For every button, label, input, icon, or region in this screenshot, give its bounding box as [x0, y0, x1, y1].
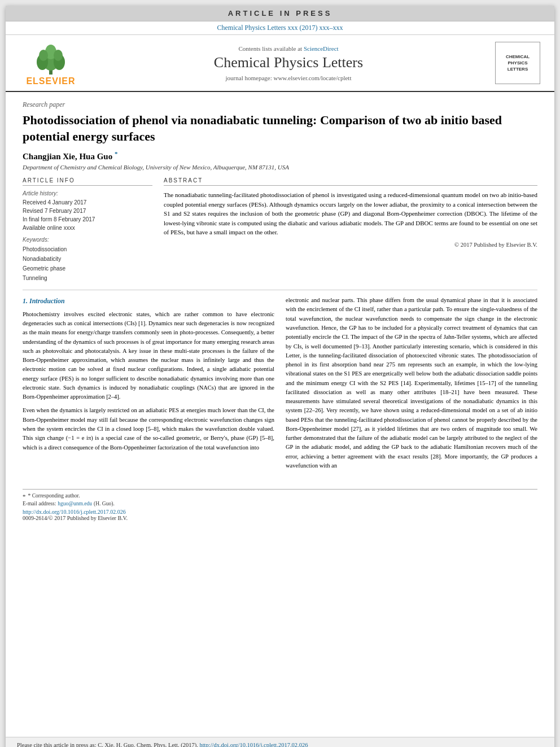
info-abstract-section: ARTICLE INFO Article history: Received 4…	[23, 177, 537, 283]
journal-logo-box: CHEMICALPHYSICSLETTERS	[495, 42, 540, 84]
contents-text: Contents lists available at	[238, 45, 302, 52]
journal-title: Chemical Physics Letters	[214, 54, 363, 71]
elsevier-tree-icon	[31, 40, 71, 76]
main-content: Research paper Photodissociation of phen…	[6, 92, 554, 483]
body-text-section: 1. Introduction Photochemistry involves …	[23, 296, 537, 475]
intro-title: 1. Introduction	[23, 296, 274, 307]
keyword-3: Geometric phase	[23, 264, 152, 273]
doi-area: http://dx.doi.org/10.1016/j.cplett.2017.…	[23, 509, 537, 521]
authors-line: Changjian Xie, Hua Guo *	[23, 150, 537, 161]
svg-point-6	[54, 50, 63, 61]
journal-ref-text: Chemical Physics Letters xxx (2017) xxx–…	[217, 24, 343, 32]
journal-ref-line: Chemical Physics Letters xxx (2017) xxx–…	[6, 21, 554, 35]
available-date: Available online xxxx	[23, 224, 152, 232]
citation-doi-link[interactable]: http://dx.doi.org/10.1016/j.cplett.2017.…	[199, 742, 308, 747]
email-label: E-mail address:	[23, 501, 56, 506]
journal-header-center: Contents lists available at ScienceDirec…	[85, 40, 492, 86]
body-col-right: electronic and nuclear parts. This phase…	[286, 296, 537, 475]
svg-point-5	[39, 50, 48, 61]
keywords-list: Photodissociation Nonadiabaticity Geomet…	[23, 244, 152, 283]
abstract-text: The nonadiabatic tunneling-facilitated p…	[164, 190, 537, 237]
aip-text: ARTICLE IN PRESS	[228, 9, 333, 18]
revised-date: Revised 7 February 2017	[23, 207, 152, 215]
email-footnote: E-mail address: hguo@unm.edu (H. Guo).	[23, 501, 537, 506]
corresponding-footnote: * * Corresponding author.	[23, 493, 537, 500]
journal-logo-area: CHEMICALPHYSICSLETTERS	[492, 40, 543, 86]
corresponding-label: * Corresponding author.	[28, 493, 80, 499]
homepage-line: journal homepage: www.elsevier.com/locat…	[226, 75, 352, 81]
keyword-1: Photodissociation	[23, 244, 152, 254]
abstract-header: ABSTRACT	[164, 177, 537, 186]
issn-line: 0009-2614/© 2017 Published by Elsevier B…	[23, 515, 128, 521]
author-names: Changjian Xie, Hua Guo	[23, 152, 112, 161]
elsevier-text: ELSEVIER	[26, 76, 75, 86]
copyright-line: © 2017 Published by Elsevier B.V.	[164, 242, 537, 248]
citation-bar: Please cite this article in press as: C.…	[6, 737, 554, 747]
journal-header: ELSEVIER Contents lists available at Sci…	[6, 35, 554, 92]
elsevier-branding: ELSEVIER	[17, 40, 85, 86]
citation-text: Please cite this article in press as: C.…	[17, 742, 198, 747]
elsevier-logo: ELSEVIER	[26, 40, 75, 86]
received-date: Received 4 January 2017	[23, 198, 152, 207]
final-date: In final form 8 February 2017	[23, 215, 152, 224]
footnotes-area: * * Corresponding author. E-mail address…	[23, 489, 537, 521]
history-label: Article history:	[23, 190, 152, 196]
contents-line: Contents lists available at ScienceDirec…	[238, 45, 338, 52]
keyword-2: Nonadiabaticity	[23, 254, 152, 264]
homepage-text: journal homepage: www.elsevier.com/locat…	[226, 75, 352, 81]
intro-para-3: electronic and nuclear parts. This phase…	[286, 296, 537, 470]
keywords-label: Keywords:	[23, 237, 152, 243]
footnote-star: *	[23, 493, 26, 500]
journal-logo-text: CHEMICALPHYSICSLETTERS	[506, 54, 530, 73]
article-info-col: ARTICLE INFO Article history: Received 4…	[23, 177, 152, 283]
article-info-header: ARTICLE INFO	[23, 177, 152, 186]
content-divider	[23, 290, 537, 290]
article-page: ARTICLE IN PRESS Chemical Physics Letter…	[6, 6, 554, 747]
email-link[interactable]: hguo@unm.edu	[58, 501, 92, 506]
keyword-4: Tunneling	[23, 273, 152, 283]
article-title: Photodissociation of phenol via nonadiab…	[23, 112, 537, 145]
aip-banner: ARTICLE IN PRESS	[6, 6, 554, 21]
intro-para-1: Photochemistry involves excited electron…	[23, 310, 274, 402]
doi-link[interactable]: http://dx.doi.org/10.1016/j.cplett.2017.…	[23, 509, 126, 515]
email-suffix: (H. Guo).	[94, 501, 115, 506]
intro-para-2: Even when the dynamics is largely restri…	[23, 406, 274, 452]
affiliation: Department of Chemistry and Chemical Bio…	[23, 164, 537, 171]
article-type-label: Research paper	[23, 101, 537, 109]
corresponding-marker: *	[115, 150, 118, 157]
abstract-col: ABSTRACT The nonadiabatic tunneling-faci…	[164, 177, 537, 283]
body-col-left: 1. Introduction Photochemistry involves …	[23, 296, 274, 475]
sciencedirect-link[interactable]: ScienceDirect	[304, 45, 339, 52]
